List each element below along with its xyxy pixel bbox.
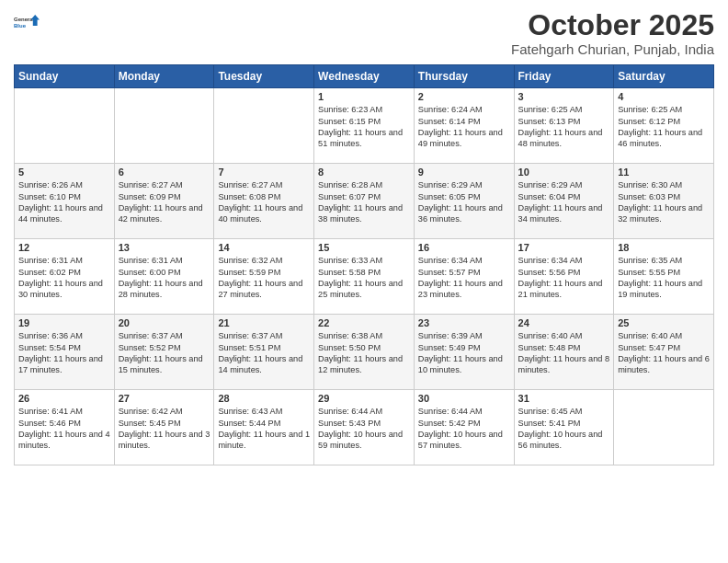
week-row-2: 5Sunrise: 6:26 AM Sunset: 6:10 PM Daylig… xyxy=(15,164,714,239)
calendar-cell xyxy=(15,88,115,164)
cell-info: Sunrise: 6:43 AM Sunset: 5:44 PM Dayligh… xyxy=(218,406,310,452)
cell-info: Sunrise: 6:28 AM Sunset: 6:07 PM Dayligh… xyxy=(318,179,410,225)
day-number: 3 xyxy=(518,91,610,102)
day-number: 26 xyxy=(18,393,110,404)
day-number: 28 xyxy=(218,393,310,404)
day-number: 1 xyxy=(318,91,410,102)
day-number: 31 xyxy=(518,393,610,404)
location: Fatehgarh Churian, Punjab, India xyxy=(511,41,714,57)
header-cell-sunday: Sunday xyxy=(15,65,115,88)
cell-info: Sunrise: 6:25 AM Sunset: 6:13 PM Dayligh… xyxy=(518,104,610,150)
day-number: 24 xyxy=(518,317,610,328)
cell-info: Sunrise: 6:29 AM Sunset: 6:04 PM Dayligh… xyxy=(518,179,610,225)
cell-info: Sunrise: 6:37 AM Sunset: 5:51 PM Dayligh… xyxy=(218,330,310,376)
calendar-cell: 23Sunrise: 6:39 AM Sunset: 5:49 PM Dayli… xyxy=(414,315,514,390)
day-number: 10 xyxy=(518,167,610,178)
calendar-cell: 5Sunrise: 6:26 AM Sunset: 6:10 PM Daylig… xyxy=(15,164,115,239)
cell-info: Sunrise: 6:34 AM Sunset: 5:56 PM Dayligh… xyxy=(518,255,610,301)
calendar-cell: 22Sunrise: 6:38 AM Sunset: 5:50 PM Dayli… xyxy=(314,315,415,390)
logo-icon: General Blue xyxy=(14,9,40,35)
day-number: 5 xyxy=(18,167,110,178)
calendar-cell: 1Sunrise: 6:23 AM Sunset: 6:15 PM Daylig… xyxy=(314,88,415,164)
calendar-cell: 20Sunrise: 6:37 AM Sunset: 5:52 PM Dayli… xyxy=(114,315,214,390)
day-number: 2 xyxy=(418,91,510,102)
day-number: 8 xyxy=(318,167,410,178)
calendar-cell xyxy=(114,88,214,164)
cell-info: Sunrise: 6:31 AM Sunset: 6:00 PM Dayligh… xyxy=(119,255,210,301)
cell-info: Sunrise: 6:29 AM Sunset: 6:05 PM Dayligh… xyxy=(418,179,510,225)
header-row: SundayMondayTuesdayWednesdayThursdayFrid… xyxy=(15,65,714,88)
cell-info: Sunrise: 6:23 AM Sunset: 6:15 PM Dayligh… xyxy=(318,104,410,150)
calendar-cell: 31Sunrise: 6:45 AM Sunset: 5:41 PM Dayli… xyxy=(514,390,614,465)
cell-info: Sunrise: 6:26 AM Sunset: 6:10 PM Dayligh… xyxy=(18,179,110,225)
calendar-cell: 21Sunrise: 6:37 AM Sunset: 5:51 PM Dayli… xyxy=(214,315,314,390)
page: General Blue October 2025 Fatehgarh Chur… xyxy=(0,0,728,563)
day-number: 16 xyxy=(418,242,510,253)
day-number: 25 xyxy=(618,317,710,328)
calendar-cell: 9Sunrise: 6:29 AM Sunset: 6:05 PM Daylig… xyxy=(414,164,514,239)
day-number: 11 xyxy=(618,167,710,178)
header: General Blue October 2025 Fatehgarh Chur… xyxy=(14,9,714,57)
cell-info: Sunrise: 6:39 AM Sunset: 5:49 PM Dayligh… xyxy=(418,330,510,376)
calendar-cell: 26Sunrise: 6:41 AM Sunset: 5:46 PM Dayli… xyxy=(15,390,115,465)
calendar-cell: 18Sunrise: 6:35 AM Sunset: 5:55 PM Dayli… xyxy=(614,239,714,315)
calendar-cell: 24Sunrise: 6:40 AM Sunset: 5:48 PM Dayli… xyxy=(514,315,614,390)
header-cell-tuesday: Tuesday xyxy=(214,65,314,88)
cell-info: Sunrise: 6:34 AM Sunset: 5:57 PM Dayligh… xyxy=(418,255,510,301)
calendar-cell: 6Sunrise: 6:27 AM Sunset: 6:09 PM Daylig… xyxy=(114,164,214,239)
cell-info: Sunrise: 6:33 AM Sunset: 5:58 PM Dayligh… xyxy=(318,255,410,301)
svg-text:Blue: Blue xyxy=(14,23,27,29)
day-number: 9 xyxy=(418,167,510,178)
calendar-cell: 27Sunrise: 6:42 AM Sunset: 5:45 PM Dayli… xyxy=(114,390,214,465)
cell-info: Sunrise: 6:35 AM Sunset: 5:55 PM Dayligh… xyxy=(618,255,710,301)
calendar-cell: 17Sunrise: 6:34 AM Sunset: 5:56 PM Dayli… xyxy=(514,239,614,315)
week-row-1: 1Sunrise: 6:23 AM Sunset: 6:15 PM Daylig… xyxy=(15,88,714,164)
day-number: 7 xyxy=(218,167,310,178)
calendar-cell: 4Sunrise: 6:25 AM Sunset: 6:12 PM Daylig… xyxy=(614,88,714,164)
day-number: 23 xyxy=(418,317,510,328)
calendar-cell: 29Sunrise: 6:44 AM Sunset: 5:43 PM Dayli… xyxy=(314,390,415,465)
calendar-cell: 13Sunrise: 6:31 AM Sunset: 6:00 PM Dayli… xyxy=(114,239,214,315)
cell-info: Sunrise: 6:32 AM Sunset: 5:59 PM Dayligh… xyxy=(218,255,310,301)
cell-info: Sunrise: 6:42 AM Sunset: 5:45 PM Dayligh… xyxy=(119,406,210,452)
cell-info: Sunrise: 6:38 AM Sunset: 5:50 PM Dayligh… xyxy=(318,330,410,376)
week-row-4: 19Sunrise: 6:36 AM Sunset: 5:54 PM Dayli… xyxy=(15,315,714,390)
cell-info: Sunrise: 6:45 AM Sunset: 5:41 PM Dayligh… xyxy=(518,406,610,452)
cell-info: Sunrise: 6:44 AM Sunset: 5:42 PM Dayligh… xyxy=(418,406,510,452)
day-number: 29 xyxy=(318,393,410,404)
cell-info: Sunrise: 6:44 AM Sunset: 5:43 PM Dayligh… xyxy=(318,406,410,452)
calendar-cell: 10Sunrise: 6:29 AM Sunset: 6:04 PM Dayli… xyxy=(514,164,614,239)
day-number: 21 xyxy=(218,317,310,328)
day-number: 14 xyxy=(218,242,310,253)
title-block: October 2025 Fatehgarh Churian, Punjab, … xyxy=(511,9,714,57)
calendar-cell: 11Sunrise: 6:30 AM Sunset: 6:03 PM Dayli… xyxy=(614,164,714,239)
week-row-3: 12Sunrise: 6:31 AM Sunset: 6:02 PM Dayli… xyxy=(15,239,714,315)
calendar-cell: 19Sunrise: 6:36 AM Sunset: 5:54 PM Dayli… xyxy=(15,315,115,390)
calendar-cell: 8Sunrise: 6:28 AM Sunset: 6:07 PM Daylig… xyxy=(314,164,415,239)
cell-info: Sunrise: 6:25 AM Sunset: 6:12 PM Dayligh… xyxy=(618,104,710,150)
cell-info: Sunrise: 6:41 AM Sunset: 5:46 PM Dayligh… xyxy=(18,406,110,452)
day-number: 30 xyxy=(418,393,510,404)
day-number: 20 xyxy=(119,317,210,328)
day-number: 27 xyxy=(119,393,210,404)
logo: General Blue xyxy=(14,9,40,35)
cell-info: Sunrise: 6:30 AM Sunset: 6:03 PM Dayligh… xyxy=(618,179,710,225)
calendar-cell: 7Sunrise: 6:27 AM Sunset: 6:08 PM Daylig… xyxy=(214,164,314,239)
calendar-cell: 28Sunrise: 6:43 AM Sunset: 5:44 PM Dayli… xyxy=(214,390,314,465)
calendar-cell: 15Sunrise: 6:33 AM Sunset: 5:58 PM Dayli… xyxy=(314,239,415,315)
day-number: 18 xyxy=(618,242,710,253)
calendar-cell: 3Sunrise: 6:25 AM Sunset: 6:13 PM Daylig… xyxy=(514,88,614,164)
day-number: 4 xyxy=(618,91,710,102)
day-number: 22 xyxy=(318,317,410,328)
calendar-cell xyxy=(214,88,314,164)
calendar-cell: 30Sunrise: 6:44 AM Sunset: 5:42 PM Dayli… xyxy=(414,390,514,465)
header-cell-wednesday: Wednesday xyxy=(314,65,415,88)
calendar-cell: 2Sunrise: 6:24 AM Sunset: 6:14 PM Daylig… xyxy=(414,88,514,164)
calendar-cell: 25Sunrise: 6:40 AM Sunset: 5:47 PM Dayli… xyxy=(614,315,714,390)
cell-info: Sunrise: 6:27 AM Sunset: 6:08 PM Dayligh… xyxy=(218,179,310,225)
header-cell-monday: Monday xyxy=(114,65,214,88)
cell-info: Sunrise: 6:37 AM Sunset: 5:52 PM Dayligh… xyxy=(119,330,210,376)
day-number: 19 xyxy=(18,317,110,328)
cell-info: Sunrise: 6:36 AM Sunset: 5:54 PM Dayligh… xyxy=(18,330,110,376)
cell-info: Sunrise: 6:24 AM Sunset: 6:14 PM Dayligh… xyxy=(418,104,510,150)
